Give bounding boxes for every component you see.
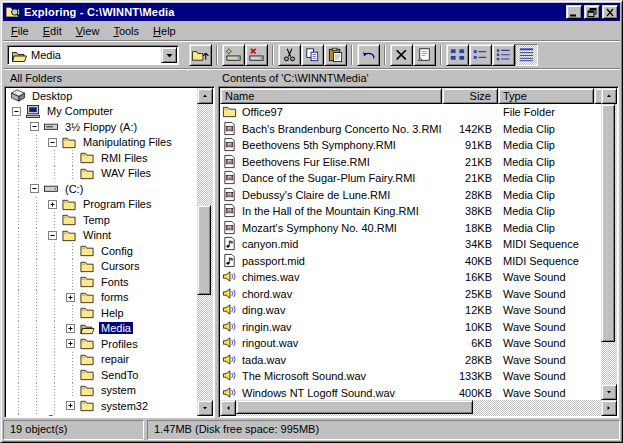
close-button[interactable] (602, 5, 618, 19)
tree-vertical-scrollbar[interactable] (197, 88, 213, 416)
column-header-size[interactable]: Size (442, 88, 498, 104)
tree-expander-plus[interactable] (63, 290, 78, 306)
tree-item-wav-files[interactable]: WAV Files (6, 166, 197, 182)
tree-expander-plus[interactable] (27, 414, 42, 417)
file-row[interactable]: Bach's Brandenburg Concerto No. 3.RMI142… (220, 121, 601, 138)
cut-button[interactable] (278, 44, 301, 66)
scroll-down-button[interactable] (601, 384, 617, 400)
undo-button[interactable] (357, 44, 380, 66)
tree-item-label: (C:) (63, 183, 85, 195)
details-button[interactable] (515, 44, 538, 66)
scroll-left-button[interactable] (220, 400, 236, 416)
tree-expander-minus[interactable] (9, 104, 24, 120)
restore-button[interactable] (584, 5, 600, 19)
tree-guide (27, 383, 45, 399)
properties-button[interactable] (413, 44, 436, 66)
menu-file[interactable]: File (4, 23, 36, 39)
tree-item-winnt[interactable]: Winnt (6, 228, 197, 244)
list-button[interactable] (492, 44, 515, 66)
tree-item-repair[interactable]: repair (6, 352, 197, 368)
tree-item-program-files[interactable]: Program Files (6, 197, 197, 213)
tree-item-label: Help (99, 307, 126, 319)
minimize-button[interactable] (566, 5, 582, 19)
file-row[interactable]: ringin.wav10KBWave Sound (220, 319, 601, 336)
tree-item-rmi-files[interactable]: RMI Files (6, 150, 197, 166)
file-row[interactable]: Windows NT Logoff Sound.wav400KBWave Sou… (220, 385, 601, 401)
tree-item-c[interactable]: (C:) (6, 181, 197, 197)
tree-expander-minus[interactable] (27, 119, 42, 135)
file-row[interactable]: passport.mid40KBMIDI Sequence (220, 253, 601, 270)
tree-expander-minus[interactable] (45, 135, 60, 151)
column-header-sliver[interactable] (594, 88, 601, 104)
scroll-up-button[interactable] (601, 88, 617, 104)
tree-item-system32[interactable]: system32 (6, 398, 197, 414)
tree-item-my-computer[interactable]: My Computer (6, 104, 197, 120)
list-horizontal-scrollbar[interactable] (220, 400, 617, 416)
file-row[interactable]: Office97File Folder (220, 104, 601, 121)
file-row[interactable]: canyon.mid34KBMIDI Sequence (220, 236, 601, 253)
scroll-track[interactable] (236, 400, 601, 416)
tree-item-cursors[interactable]: Cursors (6, 259, 197, 275)
menu-view[interactable]: View (69, 23, 107, 39)
file-row[interactable]: The Microsoft Sound.wav133KBWave Sound (220, 368, 601, 385)
tree-item-media[interactable]: Media (6, 321, 197, 337)
large-icons-button[interactable] (446, 44, 469, 66)
scroll-thumb[interactable] (601, 104, 615, 342)
tree-item-label: Cursors (99, 260, 142, 272)
file-row[interactable]: ding.wav12KBWave Sound (220, 302, 601, 319)
tree-expander-plus[interactable] (63, 398, 78, 414)
file-row[interactable]: Beethovens Fur Elise.RMI21KBMedia Clip (220, 154, 601, 171)
column-header-name[interactable]: Name (220, 88, 442, 104)
column-header-type[interactable]: Type (498, 88, 594, 104)
tree-expander-plus[interactable] (63, 321, 78, 337)
address-dropdown-button[interactable] (161, 47, 177, 63)
tree-item-d[interactable]: (D:) (6, 414, 197, 417)
tree-item-profiles[interactable]: Profiles (6, 336, 197, 352)
small-icons-button[interactable] (469, 44, 492, 66)
scroll-up-button[interactable] (197, 88, 213, 104)
tree-item-config[interactable]: Config (6, 243, 197, 259)
tree-expander-minus[interactable] (27, 181, 42, 197)
file-name: Windows NT Logoff Sound.wav (242, 387, 395, 399)
scroll-thumb[interactable] (197, 205, 211, 295)
tree-expander-plus[interactable] (45, 197, 60, 213)
tree-item-manipulating-files[interactable]: Manipulating Files (6, 135, 197, 151)
file-row[interactable]: chimes.wav16KBWave Sound (220, 269, 601, 286)
disconnect-network-drive-button[interactable] (245, 44, 268, 66)
file-row[interactable]: Mozart's Symphony No. 40.RMI18KBMedia Cl… (220, 220, 601, 237)
tree-item-temp[interactable]: Temp (6, 212, 197, 228)
file-row[interactable]: In the Hall of the Mountain King.RMI38KB… (220, 203, 601, 220)
tree-item-help[interactable]: Help (6, 305, 197, 321)
tree-guide (9, 321, 27, 337)
file-row[interactable]: Debussy's Claire de Lune.RMI28KBMedia Cl… (220, 187, 601, 204)
tree-item-system[interactable]: system (6, 383, 197, 399)
map-network-drive-button[interactable] (222, 44, 245, 66)
up-one-level-button[interactable] (189, 44, 212, 66)
file-row[interactable]: ringout.wav6KBWave Sound (220, 335, 601, 352)
tree-item-3-floppy-a[interactable]: 3½ Floppy (A:) (6, 119, 197, 135)
scroll-thumb[interactable] (236, 400, 473, 414)
address-combobox[interactable]: Media (7, 45, 179, 65)
up-one-level-icon (191, 47, 210, 63)
menu-tools[interactable]: Tools (106, 23, 146, 39)
file-row[interactable]: tada.wav28KBWave Sound (220, 352, 601, 369)
tree-item-desktop[interactable]: Desktop (6, 88, 197, 104)
file-row[interactable]: Dance of the Sugar-Plum Fairy.RMI21KBMed… (220, 170, 601, 187)
scroll-right-button[interactable] (601, 400, 617, 416)
tree-item-sendto[interactable]: SendTo (6, 367, 197, 383)
menu-help[interactable]: Help (146, 23, 183, 39)
scroll-track[interactable] (197, 104, 213, 400)
tree-item-forms[interactable]: forms (6, 290, 197, 306)
file-row[interactable]: Beethovens 5th Symphony.RMI91KBMedia Cli… (220, 137, 601, 154)
scroll-track[interactable] (601, 104, 617, 384)
tree-expander-plus[interactable] (63, 336, 78, 352)
list-vertical-scrollbar[interactable] (601, 88, 617, 400)
tree-expander-minus[interactable] (45, 228, 60, 244)
file-row[interactable]: chord.wav25KBWave Sound (220, 286, 601, 303)
tree-item-fonts[interactable]: Fonts (6, 274, 197, 290)
scroll-down-button[interactable] (197, 400, 213, 416)
delete-button[interactable] (390, 44, 413, 66)
menu-edit[interactable]: Edit (36, 23, 69, 39)
copy-button[interactable] (301, 44, 324, 66)
paste-button[interactable] (324, 44, 347, 66)
